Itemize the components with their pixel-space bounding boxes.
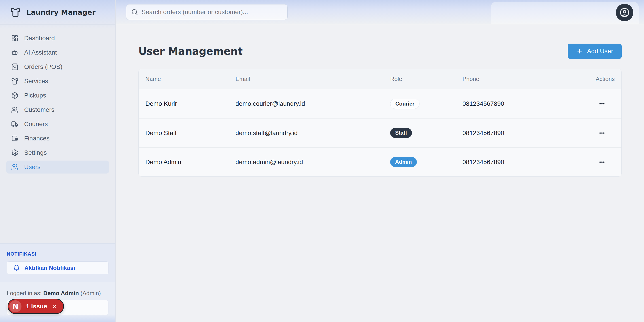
column-header-actions: Actions [577, 76, 615, 82]
sidebar-item-label: Couriers [24, 120, 48, 128]
sidebar: Laundry Manager DashboardAI AssistantOrd… [0, 0, 116, 322]
page-title: User Management [138, 45, 242, 57]
logged-in-user-role: (Admin) [80, 290, 101, 296]
user-email-cell: demo.staff@laundry.id [236, 130, 390, 137]
more-horizontal-icon [598, 129, 606, 137]
role-badge: Courier [390, 98, 420, 109]
user-circle-icon [620, 8, 630, 18]
sidebar-item-label: Users [24, 164, 40, 170]
sidebar-item-ai-assistant[interactable]: AI Assistant [6, 46, 109, 59]
package-icon [11, 92, 18, 99]
shopping-bag-icon [11, 63, 18, 70]
truck-icon [11, 120, 18, 128]
row-actions-menu-button[interactable] [597, 98, 607, 109]
sidebar-item-couriers[interactable]: Couriers [6, 118, 109, 130]
user-name-cell: Demo Kurir [145, 100, 236, 107]
account-menu-button[interactable] [616, 4, 633, 21]
sidebar-item-users[interactable]: Users [6, 160, 109, 174]
main-content: User Management Add User Name Email Role… [116, 24, 644, 322]
user-phone-cell: 081234567890 [462, 100, 577, 107]
sidebar-nav: DashboardAI AssistantOrders (POS)Service… [0, 24, 116, 174]
enable-notifications-button[interactable]: Aktifkan Notifikasi [7, 262, 109, 274]
more-horizontal-icon [598, 158, 606, 166]
user-name-cell: Demo Admin [145, 158, 236, 166]
sidebar-item-orders-pos[interactable]: Orders (POS) [6, 60, 109, 73]
sidebar-item-label: Customers [24, 106, 54, 113]
user-email-cell: demo.courier@laundry.id [236, 100, 390, 107]
sidebar-item-label: Orders (POS) [24, 63, 62, 70]
app-title: Laundry Manager [26, 8, 96, 16]
sidebar-item-pickups[interactable]: Pickups [6, 89, 109, 102]
column-header-name: Name [145, 76, 236, 82]
sidebar-item-label: Pickups [24, 92, 46, 99]
plus-icon [576, 48, 583, 54]
logged-in-user-name: Demo Admin [43, 290, 79, 296]
users-table: Name Email Role Phone Actions Demo Kurir… [138, 69, 622, 177]
close-icon[interactable] [52, 304, 58, 309]
table-row: Demo Staffdemo.staff@laundry.idStaff0812… [139, 118, 622, 147]
search-box [126, 4, 288, 20]
sidebar-item-finances[interactable]: Finances [6, 132, 109, 145]
bell-icon [13, 264, 20, 271]
sidebar-bottom: NOTIFIKASI Aktifkan Notifikasi Logged in… [0, 243, 116, 322]
table-row: Demo Admindemo.admin@laundry.idAdmin0812… [139, 147, 622, 176]
user-phone-cell: 081234567890 [462, 158, 577, 166]
column-header-email: Email [236, 76, 390, 82]
user-actions-cell [577, 98, 615, 109]
add-user-button[interactable]: Add User [568, 44, 622, 59]
user-email-cell: demo.admin@laundry.id [236, 158, 390, 166]
dashboard-grid-icon [11, 35, 18, 42]
sidebar-item-label: AI Assistant [24, 49, 57, 56]
app-header: Laundry Manager [0, 0, 116, 24]
logged-in-line: Logged in as: Demo Admin (Admin) [7, 290, 109, 296]
sidebar-item-label: Dashboard [24, 35, 55, 42]
sidebar-item-services[interactable]: Services [6, 75, 109, 88]
search-icon [131, 9, 138, 16]
table-header-row: Name Email Role Phone Actions [139, 69, 622, 89]
row-actions-menu-button[interactable] [597, 128, 607, 138]
user-role-cell: Admin [390, 157, 462, 167]
gear-icon [11, 149, 18, 156]
role-badge: Staff [390, 128, 412, 138]
row-actions-menu-button[interactable] [597, 157, 607, 167]
users-icon [11, 164, 18, 170]
account-section: Logged in as: Demo Admin (Admin) N 1 Iss… [0, 282, 116, 322]
sidebar-item-settings[interactable]: Settings [6, 146, 109, 159]
bot-icon [11, 49, 18, 56]
search-input[interactable] [142, 4, 287, 20]
wallet-icon [11, 135, 18, 142]
user-phone-cell: 081234567890 [462, 130, 577, 137]
topbar [116, 0, 644, 24]
shirt-icon [11, 78, 18, 85]
sidebar-item-label: Finances [24, 135, 50, 142]
notifications-section: NOTIFIKASI Aktifkan Notifikasi [0, 243, 116, 282]
sidebar-item-customers[interactable]: Customers [6, 103, 109, 116]
user-role-cell: Staff [390, 128, 462, 138]
app-logo-shirt-icon [10, 7, 20, 18]
column-header-role: Role [390, 76, 462, 82]
table-row: Demo Kurirdemo.courier@laundry.idCourier… [139, 89, 622, 118]
user-role-cell: Courier [390, 98, 462, 109]
users-icon [11, 106, 18, 113]
nextjs-logo: N [10, 300, 22, 312]
role-badge: Admin [390, 157, 417, 167]
dev-issues-badge[interactable]: N 1 Issue [8, 299, 64, 314]
sidebar-item-dashboard[interactable]: Dashboard [6, 32, 109, 45]
user-actions-cell [577, 128, 615, 138]
user-name-cell: Demo Staff [145, 130, 236, 137]
sidebar-item-label: Services [24, 78, 48, 85]
column-header-phone: Phone [462, 76, 577, 82]
more-horizontal-icon [598, 100, 606, 108]
sidebar-item-label: Settings [24, 149, 47, 156]
issue-count-label: 1 Issue [26, 303, 47, 310]
notifications-section-label: NOTIFIKASI [7, 251, 109, 257]
user-actions-cell [577, 157, 615, 167]
